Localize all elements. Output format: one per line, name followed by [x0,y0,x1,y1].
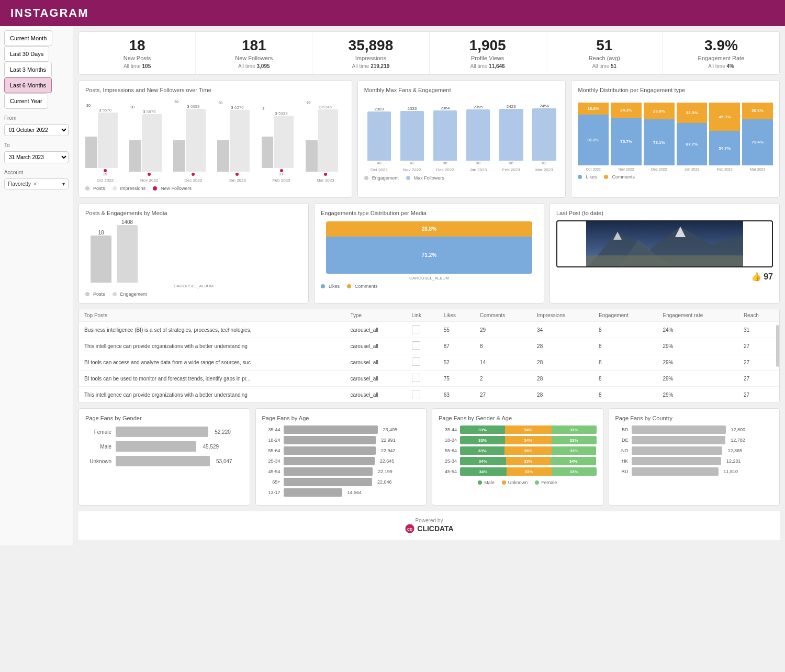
age-bar [284,436,376,444]
country-label: NO [615,448,629,453]
table-row: Business intelligence (BI) is a set of s… [79,322,779,338]
svg-text:CD: CD [407,528,412,531]
stat-main: 181 [203,37,305,54]
table-scrollbar[interactable] [776,325,779,367]
post-reach: 27 [738,338,779,354]
account-label: Account [4,170,69,175]
engagement-distribution-title: Monthly Distribution per Engagement type [578,87,773,93]
charts-row-1: Posts, Impressions and New Followers ove… [78,80,780,198]
sidebar-btn-last-3-months[interactable]: Last 3 Months [4,62,52,77]
fans-x-label-5: Mar 2023 [529,167,559,172]
ga-unknown-seg: 34% [505,436,552,444]
stat-new-posts: 18 New Posts All time 105 [79,32,196,74]
from-date-select[interactable]: 01 October 2022 [4,124,69,136]
stat-main: 51 [554,37,655,54]
post-likes: 87 [439,338,475,354]
sidebar-btn-last-30-days[interactable]: Last 30 Days [4,46,49,62]
post-link[interactable] [407,338,439,354]
media-engagement-bar [117,225,138,283]
posts-x-label-2: Dec 2022 [173,178,213,183]
media-legend: Posts Engagement [85,292,302,297]
top-posts-card: Top Posts Type Link Likes Comments Impre… [78,309,780,403]
table-row: BI tools can access and analyze data fro… [79,354,779,371]
post-text: BI tools can be used to monitor and fore… [79,371,345,387]
post-reach: 27 [738,387,779,403]
ga-label: 18-24 [439,438,457,443]
post-type: carousel_all [345,387,406,403]
posts-x-label-0: Oct 2022 [85,178,125,183]
post-rate: 29% [658,387,738,403]
post-reach: 27 [738,354,779,371]
fans-bar-group-2: 236486 [430,106,460,165]
ga-row-45-54: 45-54 34% 33% 33% [439,467,597,476]
age-label: 25-34 [262,458,281,464]
sidebar-btn-last-6-months[interactable]: Last 6 Months [4,77,52,93]
ga-male-seg: 33% [460,436,505,444]
gender-val: 53,047 [216,458,232,464]
posts-bar-group-2: 3639830 [173,104,213,176]
posts-bar [262,137,274,168]
country-val: 12,782 [731,438,745,443]
footer-brand-name: CLICDATA [417,524,453,533]
gender-val: 45,529 [203,444,219,450]
engtype-comments-pct: 28.8 [422,226,432,232]
stat-label: Engagement Rate [670,55,772,61]
account-name: Flavoretty [8,181,31,187]
post-comments: 29 [475,322,532,338]
stat-alltime: All time 51 [554,63,655,69]
stat-alltime: All time 3,095 [203,63,305,69]
post-link[interactable] [407,387,439,403]
sidebar-btn-current-month[interactable]: Current Month [4,30,52,46]
gender-bar [116,441,196,452]
sidebar-btn-current-year[interactable]: Current Year [4,93,48,109]
to-date-select[interactable]: 31 March 2023 [4,151,69,163]
posts-over-time-chart: 3567030293587530363983036270303533932736… [85,97,345,176]
col-posts: Top Posts [79,309,345,322]
post-link[interactable] [407,371,439,387]
country-bar [632,425,726,434]
country-label: BD [615,427,629,432]
charts-row-2: Posts & Engagements by Media 18 1408 CAR… [78,203,780,304]
col-rate: Engagement rate [658,309,738,322]
post-impressions: 28 [532,354,593,371]
country-label: DE [615,438,629,443]
ga-female-seg: 34% [551,457,597,465]
post-impressions: 28 [532,338,593,354]
stat-impressions: 35,898 Impressions All time 219,219 [312,32,429,74]
country-val: 12,365 [727,448,742,453]
posts-bar [85,137,97,168]
country-label: RU [615,469,629,474]
impressions-bar [98,113,118,168]
post-engagement: 8 [593,371,657,387]
ga-label: 25-34 [439,458,457,464]
account-dropdown-icon[interactable]: ▾ [62,181,65,187]
posts-bar [173,140,185,172]
post-rate: 29% [658,371,738,387]
country-row-ru: RU 11,810 [615,467,773,476]
new-followers-dot [236,173,239,176]
country-bar [632,457,722,465]
gender-row-female: Female 52,220 [85,427,243,437]
post-impressions: 34 [532,322,593,338]
ga-row-55-64: 55-64 33% 35% 33% [439,446,597,455]
post-comments: 14 [475,354,532,371]
posts-bar [306,140,318,172]
post-likes: 75 [439,371,475,387]
age-row-18-24: 18-24 22,991 [262,436,420,444]
stat-label: Profile Views [437,55,539,61]
posts-over-time-card: Posts, Impressions and New Followers ove… [78,80,352,198]
dist-x-label-5: Mar 2023 [742,167,773,171]
table-row: This intelligence can provide organizati… [79,338,779,354]
ga-female-seg: 33% [552,436,597,444]
post-link[interactable] [407,354,439,371]
post-link[interactable] [407,322,439,338]
dist-bar-group-1: 24.3%75.7% [611,103,642,165]
posts-x-label-1: Nov 2022 [129,178,169,183]
stat-alltime: All time 4% [670,63,772,69]
age-row-35-44: 35-44 23,405 [262,425,420,434]
account-remove-icon[interactable]: ✕ [33,181,37,187]
fans-bar-group-5: 245462 [529,104,559,165]
ga-female-seg: 33% [552,467,597,476]
ga-unknown-seg: 34% [505,425,552,434]
media-chart-label: CAROUSEL_ALBUM [85,284,302,288]
